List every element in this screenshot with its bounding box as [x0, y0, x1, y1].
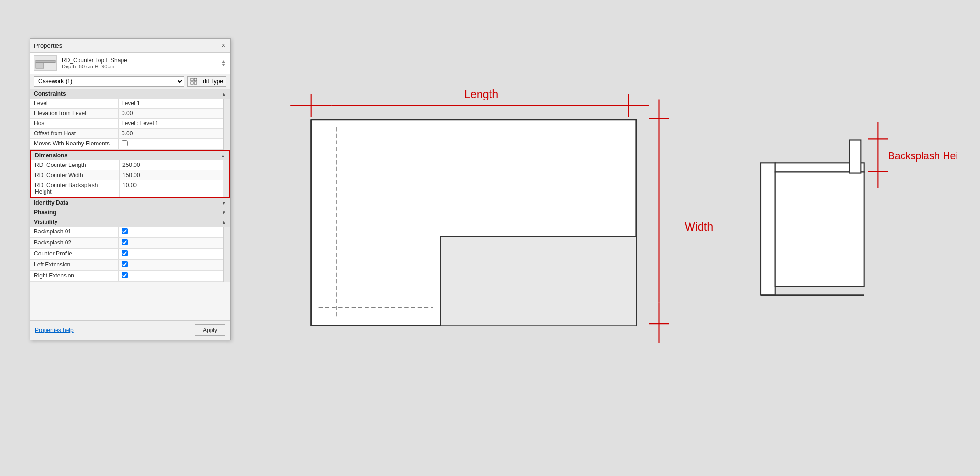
svg-rect-4 [194, 78, 197, 81]
prop-label-moves: Moves With Nearby Elements [30, 139, 119, 149]
prop-label-offset: Offset from Host [30, 129, 119, 138]
backsplash01-checkbox[interactable] [122, 228, 128, 234]
table-row: Offset from Host [30, 129, 223, 139]
apply-button[interactable]: Apply [195, 324, 225, 336]
prop-value-counter-profile [119, 249, 223, 259]
category-select[interactable]: Casework (1) [34, 76, 184, 87]
element-icon [34, 55, 57, 71]
right-extension-checkbox[interactable] [122, 272, 128, 278]
prop-value-level [119, 99, 223, 108]
properties-help-link[interactable]: Properties help [35, 327, 74, 333]
edit-type-label: Edit Type [199, 78, 223, 85]
constraints-label: Constraints [34, 90, 66, 97]
prop-label-backsplash02: Backsplash 02 [30, 238, 119, 248]
dimensions-rows: RD_Counter Length RD_Counter Width RD_Co… [31, 160, 223, 197]
table-row: Host Level : Level 1 [30, 119, 223, 129]
rd-length-input[interactable] [122, 162, 220, 168]
constraints-scrollbar[interactable] [223, 99, 230, 150]
element-sub: Depth=60 cm H=90cm [62, 64, 216, 69]
prop-label-elevation: Elevation from Level [30, 109, 119, 118]
panel-titlebar: Properties × [30, 39, 230, 53]
moves-checkbox[interactable] [122, 140, 128, 146]
element-name-block: RD_Counter Top L Shape Depth=60 cm H=90c… [62, 57, 216, 69]
backsplash02-checkbox[interactable] [122, 239, 128, 245]
diagram-area: Length Width [239, 38, 957, 445]
table-row: Elevation from Level [30, 109, 223, 119]
panel-spacer [30, 282, 230, 320]
edit-type-icon [190, 78, 197, 85]
prop-value-right-extension [119, 271, 223, 281]
phasing-section: Phasing ▼ [30, 208, 230, 217]
element-name: RD_Counter Top L Shape [62, 57, 216, 64]
category-bar: Casework (1) Edit Type [30, 74, 230, 89]
prop-label-counter-profile: Counter Profile [30, 249, 119, 259]
visibility-collapse-icon[interactable]: ▲ [222, 220, 226, 225]
prop-value-elevation [119, 109, 223, 118]
backsplash-height-label: Backsplash Height [888, 150, 957, 162]
prop-value-backsplash02 [119, 238, 223, 248]
identity-collapse-icon[interactable]: ▼ [222, 200, 226, 206]
prop-value-host: Level : Level 1 [119, 119, 223, 128]
prop-value-left-extension [119, 260, 223, 270]
table-row: Moves With Nearby Elements [30, 139, 223, 150]
table-row: RD_Counter Length [31, 160, 223, 170]
level-input[interactable] [122, 100, 221, 107]
table-row: Level [30, 99, 223, 109]
phasing-collapse-icon[interactable]: ▼ [222, 210, 226, 215]
svg-rect-6 [194, 82, 197, 84]
svg-rect-21 [761, 163, 775, 295]
prop-label-level: Level [30, 99, 119, 108]
dimensions-collapse-icon[interactable]: ▲ [221, 153, 225, 158]
counter-profile-checkbox[interactable] [122, 250, 128, 256]
scroll-down-icon[interactable] [222, 64, 225, 66]
table-row: RD_Counter Backsplash Height [31, 180, 223, 197]
dimensions-label: Dimensions [35, 152, 67, 159]
table-row: Counter Profile [30, 249, 223, 260]
panel-header: RD_Counter Top L Shape Depth=60 cm H=90c… [30, 53, 230, 74]
panel-title: Properties [34, 42, 62, 49]
prop-label-backsplash01: Backsplash 01 [30, 227, 119, 237]
rd-backsplash-input[interactable] [122, 182, 220, 188]
rd-width-input[interactable] [122, 172, 220, 178]
constraints-section: Constraints ▲ Level Elevation from Level… [30, 89, 230, 150]
svg-rect-25 [850, 140, 861, 173]
table-row: Left Extension [30, 260, 223, 271]
constraints-rows: Level Elevation from Level Host Level : … [30, 99, 223, 150]
visibility-header: Visibility ▲ [30, 217, 230, 227]
table-row: Backsplash 01 [30, 227, 223, 238]
elevation-input[interactable] [122, 110, 221, 117]
constraints-collapse-icon[interactable]: ▲ [222, 91, 226, 97]
properties-panel: Properties × RD_Counter Top L Shape Dept… [30, 38, 231, 340]
dimensions-content: RD_Counter Length RD_Counter Width RD_Co… [31, 160, 229, 197]
phasing-label: Phasing [34, 209, 56, 216]
prop-label-rd-backsplash: RD_Counter Backsplash Height [31, 180, 120, 197]
edit-type-button[interactable]: Edit Type [187, 76, 226, 87]
constraints-header: Constraints ▲ [30, 89, 230, 99]
phasing-header: Phasing ▼ [30, 208, 230, 217]
host-value: Level : Level 1 [122, 120, 158, 127]
visibility-label: Visibility [34, 219, 57, 225]
prop-value-rd-width [120, 170, 223, 180]
dimensions-header: Dimensions ▲ [31, 151, 229, 160]
offset-input[interactable] [122, 130, 221, 137]
prop-value-rd-length [120, 160, 223, 170]
table-row: Right Extension [30, 271, 223, 282]
panel-footer: Properties help Apply [30, 320, 230, 340]
svg-rect-3 [191, 78, 193, 81]
table-row: RD_Counter Width [31, 170, 223, 180]
prop-value-rd-backsplash [120, 180, 223, 197]
visibility-scrollbar[interactable] [223, 227, 230, 282]
identity-data-header: Identity Data ▼ [30, 198, 230, 208]
scroll-up-icon[interactable] [222, 60, 225, 63]
svg-rect-1 [36, 63, 44, 68]
prop-label-host: Host [30, 119, 119, 128]
dimensions-scrollbar[interactable] [223, 160, 229, 197]
width-label: Width [685, 221, 713, 233]
close-button[interactable]: × [221, 42, 226, 49]
svg-rect-5 [191, 82, 193, 84]
left-extension-checkbox[interactable] [122, 261, 128, 267]
visibility-content: Backsplash 01 Backsplash 02 Counter Prof… [30, 227, 230, 282]
constraints-content: Level Elevation from Level Host Level : … [30, 99, 230, 150]
identity-data-section: Identity Data ▼ [30, 198, 230, 208]
svg-rect-0 [36, 60, 55, 63]
